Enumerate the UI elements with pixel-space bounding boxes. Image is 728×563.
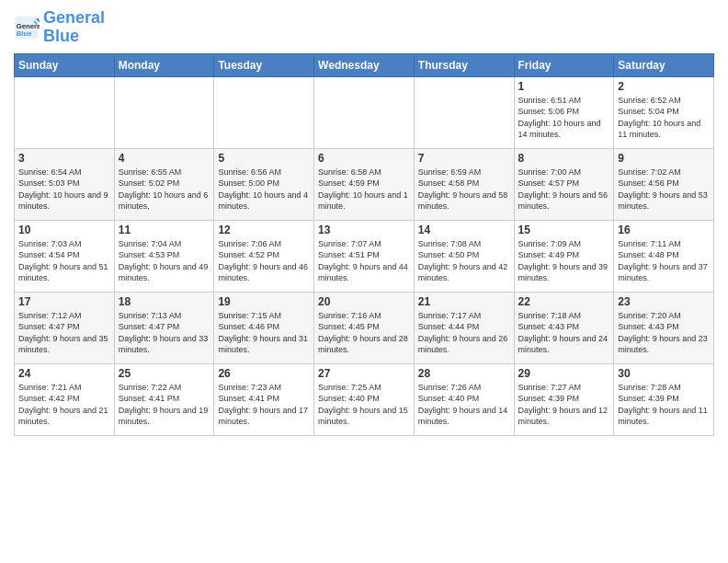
day-info: Sunrise: 6:54 AM Sunset: 5:03 PM Dayligh…: [18, 167, 110, 213]
calendar-week-row: 1Sunrise: 6:51 AM Sunset: 5:06 PM Daylig…: [15, 76, 714, 148]
day-info: Sunrise: 6:52 AM Sunset: 5:04 PM Dayligh…: [618, 95, 710, 141]
calendar-cell: 1Sunrise: 6:51 AM Sunset: 5:06 PM Daylig…: [514, 76, 614, 148]
svg-text:Blue: Blue: [17, 29, 32, 38]
calendar-cell: 5Sunrise: 6:56 AM Sunset: 5:00 PM Daylig…: [214, 148, 314, 220]
calendar-cell: [15, 76, 115, 148]
calendar-week-row: 17Sunrise: 7:12 AM Sunset: 4:47 PM Dayli…: [15, 292, 714, 363]
logo: General Blue GeneralBlue: [14, 9, 105, 46]
day-number: 20: [318, 295, 410, 308]
day-info: Sunrise: 7:26 AM Sunset: 4:40 PM Dayligh…: [418, 382, 510, 428]
calendar-cell: 21Sunrise: 7:17 AM Sunset: 4:44 PM Dayli…: [414, 292, 514, 363]
day-info: Sunrise: 7:25 AM Sunset: 4:40 PM Dayligh…: [318, 382, 410, 428]
day-number: 6: [318, 152, 410, 165]
day-number: 24: [18, 367, 110, 380]
day-number: 25: [119, 367, 210, 380]
calendar-cell: 6Sunrise: 6:58 AM Sunset: 4:59 PM Daylig…: [314, 148, 415, 220]
day-number: 11: [119, 224, 210, 236]
day-info: Sunrise: 7:00 AM Sunset: 4:57 PM Dayligh…: [518, 167, 610, 213]
calendar-cell: 17Sunrise: 7:12 AM Sunset: 4:47 PM Dayli…: [15, 292, 115, 363]
day-of-week-header: Thursday: [414, 53, 514, 76]
day-number: 27: [318, 367, 410, 380]
calendar-cell: [314, 76, 415, 148]
day-number: 2: [618, 80, 710, 93]
day-info: Sunrise: 7:08 AM Sunset: 4:50 PM Dayligh…: [418, 238, 510, 284]
day-of-week-header: Monday: [114, 53, 214, 76]
day-info: Sunrise: 7:21 AM Sunset: 4:42 PM Dayligh…: [18, 382, 110, 428]
day-info: Sunrise: 6:51 AM Sunset: 5:06 PM Dayligh…: [518, 95, 610, 141]
day-number: 18: [119, 295, 210, 308]
day-number: 15: [518, 224, 610, 236]
day-number: 30: [618, 367, 710, 380]
day-info: Sunrise: 6:55 AM Sunset: 5:02 PM Dayligh…: [119, 167, 210, 213]
day-number: 8: [518, 152, 610, 165]
day-info: Sunrise: 7:02 AM Sunset: 4:56 PM Dayligh…: [618, 167, 710, 213]
day-info: Sunrise: 7:18 AM Sunset: 4:43 PM Dayligh…: [518, 310, 610, 356]
day-of-week-header: Saturday: [614, 53, 714, 76]
day-number: 21: [418, 295, 510, 308]
day-number: 22: [518, 295, 610, 308]
day-info: Sunrise: 7:06 AM Sunset: 4:52 PM Dayligh…: [218, 238, 310, 284]
day-of-week-header: Wednesday: [314, 53, 415, 76]
day-number: 19: [218, 295, 310, 308]
day-info: Sunrise: 7:22 AM Sunset: 4:41 PM Dayligh…: [119, 382, 210, 428]
calendar-cell: 13Sunrise: 7:07 AM Sunset: 4:51 PM Dayli…: [314, 220, 415, 292]
day-number: 16: [618, 224, 710, 236]
calendar-cell: 8Sunrise: 7:00 AM Sunset: 4:57 PM Daylig…: [514, 148, 614, 220]
header-row: SundayMondayTuesdayWednesdayThursdayFrid…: [15, 53, 714, 76]
calendar-cell: 26Sunrise: 7:23 AM Sunset: 4:41 PM Dayli…: [214, 363, 314, 435]
calendar-cell: 23Sunrise: 7:20 AM Sunset: 4:43 PM Dayli…: [614, 292, 714, 363]
day-number: 29: [518, 367, 610, 380]
logo-text: GeneralBlue: [43, 9, 105, 46]
day-number: 9: [618, 152, 710, 165]
day-info: Sunrise: 7:11 AM Sunset: 4:48 PM Dayligh…: [618, 238, 710, 284]
calendar-cell: 25Sunrise: 7:22 AM Sunset: 4:41 PM Dayli…: [114, 363, 214, 435]
calendar-cell: 24Sunrise: 7:21 AM Sunset: 4:42 PM Dayli…: [15, 363, 115, 435]
day-info: Sunrise: 7:15 AM Sunset: 4:46 PM Dayligh…: [218, 310, 310, 356]
day-number: 10: [18, 224, 110, 236]
calendar-cell: 10Sunrise: 7:03 AM Sunset: 4:54 PM Dayli…: [15, 220, 115, 292]
day-number: 12: [218, 224, 310, 236]
calendar-cell: [114, 76, 214, 148]
day-info: Sunrise: 7:12 AM Sunset: 4:47 PM Dayligh…: [18, 310, 110, 356]
calendar-week-row: 3Sunrise: 6:54 AM Sunset: 5:03 PM Daylig…: [15, 148, 714, 220]
calendar-week-row: 24Sunrise: 7:21 AM Sunset: 4:42 PM Dayli…: [15, 363, 714, 435]
day-info: Sunrise: 7:17 AM Sunset: 4:44 PM Dayligh…: [418, 310, 510, 356]
day-info: Sunrise: 7:13 AM Sunset: 4:47 PM Dayligh…: [119, 310, 210, 356]
day-of-week-header: Sunday: [15, 53, 115, 76]
calendar-cell: 14Sunrise: 7:08 AM Sunset: 4:50 PM Dayli…: [414, 220, 514, 292]
day-info: Sunrise: 7:28 AM Sunset: 4:39 PM Dayligh…: [618, 382, 710, 428]
day-number: 28: [418, 367, 510, 380]
calendar-cell: 2Sunrise: 6:52 AM Sunset: 5:04 PM Daylig…: [614, 76, 714, 148]
day-number: 14: [418, 224, 510, 236]
day-info: Sunrise: 7:03 AM Sunset: 4:54 PM Dayligh…: [18, 238, 110, 284]
calendar-cell: 30Sunrise: 7:28 AM Sunset: 4:39 PM Dayli…: [614, 363, 714, 435]
calendar-cell: [214, 76, 314, 148]
day-number: 1: [518, 80, 610, 93]
page-container: General Blue GeneralBlue SundayMondayTue…: [0, 0, 728, 445]
day-of-week-header: Tuesday: [214, 53, 314, 76]
day-info: Sunrise: 7:04 AM Sunset: 4:53 PM Dayligh…: [119, 238, 210, 284]
calendar-cell: 16Sunrise: 7:11 AM Sunset: 4:48 PM Dayli…: [614, 220, 714, 292]
day-info: Sunrise: 7:07 AM Sunset: 4:51 PM Dayligh…: [318, 238, 410, 284]
day-info: Sunrise: 6:56 AM Sunset: 5:00 PM Dayligh…: [218, 167, 310, 213]
day-number: 7: [418, 152, 510, 165]
day-info: Sunrise: 7:09 AM Sunset: 4:49 PM Dayligh…: [518, 238, 610, 284]
calendar-cell: [414, 76, 514, 148]
day-info: Sunrise: 7:23 AM Sunset: 4:41 PM Dayligh…: [218, 382, 310, 428]
calendar-cell: 27Sunrise: 7:25 AM Sunset: 4:40 PM Dayli…: [314, 363, 415, 435]
calendar-cell: 20Sunrise: 7:16 AM Sunset: 4:45 PM Dayli…: [314, 292, 415, 363]
calendar-cell: 18Sunrise: 7:13 AM Sunset: 4:47 PM Dayli…: [114, 292, 214, 363]
day-number: 26: [218, 367, 310, 380]
calendar-cell: 4Sunrise: 6:55 AM Sunset: 5:02 PM Daylig…: [114, 148, 214, 220]
calendar-table: SundayMondayTuesdayWednesdayThursdayFrid…: [14, 53, 714, 436]
day-number: 3: [18, 152, 110, 165]
day-of-week-header: Friday: [514, 53, 614, 76]
day-number: 5: [218, 152, 310, 165]
calendar-cell: 9Sunrise: 7:02 AM Sunset: 4:56 PM Daylig…: [614, 148, 714, 220]
day-info: Sunrise: 7:16 AM Sunset: 4:45 PM Dayligh…: [318, 310, 410, 356]
calendar-cell: 22Sunrise: 7:18 AM Sunset: 4:43 PM Dayli…: [514, 292, 614, 363]
calendar-cell: 28Sunrise: 7:26 AM Sunset: 4:40 PM Dayli…: [414, 363, 514, 435]
day-number: 17: [18, 295, 110, 308]
calendar-week-row: 10Sunrise: 7:03 AM Sunset: 4:54 PM Dayli…: [15, 220, 714, 292]
logo-icon: General Blue: [14, 15, 40, 40]
